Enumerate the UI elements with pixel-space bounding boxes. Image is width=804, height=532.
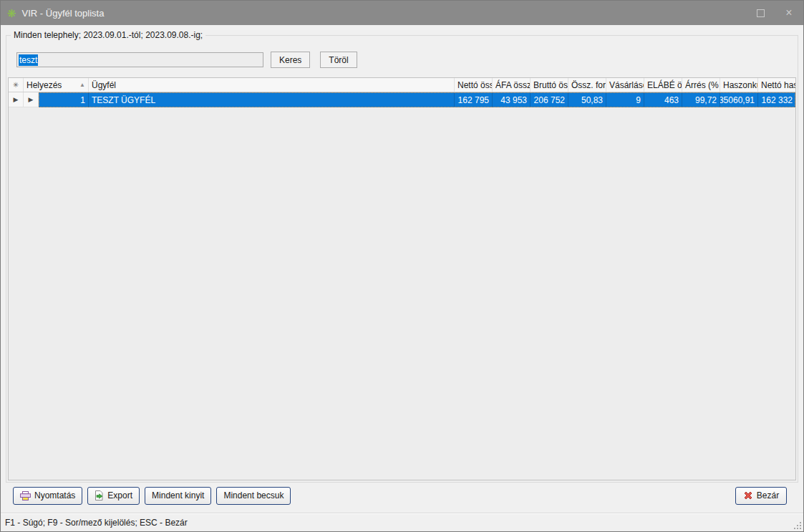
filter-groupbox: Minden telephely; 2023.09.01.-tól; 2023.… bbox=[6, 35, 798, 483]
collapse-all-button-label: Mindent becsuk bbox=[223, 490, 284, 500]
column-header-netto-label: Nettó öss bbox=[457, 80, 493, 90]
column-header-afa-label: ÁFA össz bbox=[495, 80, 531, 90]
close-icon: × bbox=[785, 7, 792, 19]
expand-all-button-label: Mindent kinyit bbox=[152, 490, 204, 500]
expand-icon: ▶ bbox=[29, 96, 34, 103]
toplist-grid: ✳ Helyezés ▲ Ügyfél Nettó öss ÁFA össz B… bbox=[8, 77, 796, 480]
resize-grip[interactable] bbox=[794, 522, 801, 529]
window-title: VIR - Ügyfél toplista bbox=[22, 8, 105, 19]
column-header-netto-haszon-label: Nettó has bbox=[761, 80, 796, 90]
grid-empty-area bbox=[9, 107, 795, 480]
grid-header-row: ✳ Helyezés ▲ Ügyfél Nettó öss ÁFA össz B… bbox=[9, 78, 795, 92]
maximize-button[interactable] bbox=[746, 1, 775, 25]
asterisk-icon: ✳ bbox=[13, 81, 19, 89]
status-text: F1 - Súgó; F9 - Sor/mező kijelölés; ESC … bbox=[5, 518, 188, 528]
column-header-rank-label: Helyezés bbox=[26, 80, 62, 90]
cell-afa: 43 953 bbox=[493, 92, 531, 107]
row-indicator-icon: ▶ bbox=[14, 96, 19, 103]
app-window: ❋ VIR - Ügyfél toplista × Minden telephe… bbox=[0, 0, 804, 532]
column-header-rank[interactable]: Helyezés ▲ bbox=[24, 78, 89, 92]
maximize-icon bbox=[757, 9, 765, 17]
printer-icon bbox=[20, 491, 31, 500]
search-input-value: teszt bbox=[19, 54, 38, 66]
column-header-vasarlas-label: Vásárláso bbox=[609, 80, 644, 90]
column-header-haszon-label: Haszonku bbox=[723, 80, 758, 90]
column-header-vasarlas[interactable]: Vásárláso bbox=[606, 78, 644, 92]
search-input[interactable]: teszt bbox=[16, 52, 263, 67]
sort-asc-icon: ▲ bbox=[79, 82, 85, 88]
column-header-ossz[interactable]: Össz. for bbox=[568, 78, 606, 92]
close-button[interactable]: Bezár bbox=[735, 487, 787, 505]
cell-customer: TESZT ÜGYFÉL bbox=[89, 92, 455, 107]
clear-button[interactable]: Töröl bbox=[320, 52, 357, 68]
close-button-label: Bezár bbox=[757, 490, 779, 500]
column-header-netto-haszon[interactable]: Nettó has bbox=[758, 78, 796, 92]
cell-ossz: 50,83 bbox=[568, 92, 606, 107]
groupbox-label: Minden telephely; 2023.09.01.-tól; 2023.… bbox=[11, 30, 205, 41]
search-button[interactable]: Keres bbox=[271, 52, 310, 68]
search-row: teszt Keres Töröl bbox=[16, 52, 796, 68]
app-icon: ❋ bbox=[7, 8, 16, 19]
selected-row-cells[interactable]: 1 TESZT ÜGYFÉL 162 795 43 953 206 752 50… bbox=[39, 92, 795, 107]
cell-arres: 99,72 bbox=[682, 92, 720, 107]
column-header-netto[interactable]: Nettó öss bbox=[455, 78, 493, 92]
column-header-arres-label: Árrés (% bbox=[685, 80, 719, 90]
column-header-ossz-label: Össz. for bbox=[571, 80, 606, 90]
titlebar-controls: × bbox=[746, 1, 803, 25]
column-header-afa[interactable]: ÁFA össz bbox=[493, 78, 531, 92]
content-area: Minden telephely; 2023.09.01.-tól; 2023.… bbox=[1, 25, 803, 513]
cell-netto-haszon: 162 332 bbox=[758, 92, 796, 107]
cell-brutto: 206 752 bbox=[531, 92, 568, 107]
print-button[interactable]: Nyomtatás bbox=[13, 487, 82, 505]
column-header-brutto-label: Bruttó ös bbox=[533, 80, 568, 90]
column-header-customer-label: Ügyfél bbox=[92, 80, 116, 90]
export-button-label: Export bbox=[107, 490, 132, 500]
column-header-customer[interactable]: Ügyfél bbox=[89, 78, 455, 92]
collapse-all-button[interactable]: Mindent becsuk bbox=[216, 487, 291, 505]
column-header-elabe-label: ELÁBÉ ös bbox=[647, 80, 682, 90]
row-expand-cell[interactable]: ▶ bbox=[24, 92, 39, 107]
status-bar: F1 - Súgó; F9 - Sor/mező kijelölés; ESC … bbox=[1, 513, 803, 531]
red-x-icon bbox=[743, 490, 753, 500]
cell-vasarlas: 9 bbox=[606, 92, 644, 107]
cell-haszon: 35060,91 bbox=[720, 92, 758, 107]
indicator-column-header: ✳ bbox=[9, 78, 24, 92]
row-indicator-cell: ▶ bbox=[9, 92, 24, 107]
column-header-brutto[interactable]: Bruttó ös bbox=[531, 78, 568, 92]
cell-elabe: 463 bbox=[644, 92, 682, 107]
footer-toolbar: Nyomtatás Export Mindent kinyit Mindent … bbox=[6, 483, 798, 513]
expand-all-button[interactable]: Mindent kinyit bbox=[145, 487, 211, 505]
close-window-button[interactable]: × bbox=[775, 1, 803, 25]
column-header-elabe[interactable]: ELÁBÉ ös bbox=[644, 78, 682, 92]
print-button-label: Nyomtatás bbox=[34, 490, 75, 500]
cell-netto: 162 795 bbox=[455, 92, 493, 107]
column-header-arres[interactable]: Árrés (% bbox=[682, 78, 720, 92]
table-row[interactable]: ▶ ▶ 1 TESZT ÜGYFÉL 162 795 43 953 206 75… bbox=[9, 92, 795, 107]
column-header-haszon[interactable]: Haszonku bbox=[720, 78, 758, 92]
export-button[interactable]: Export bbox=[87, 487, 140, 505]
titlebar: ❋ VIR - Ügyfél toplista × bbox=[1, 1, 803, 25]
cell-rank: 1 bbox=[39, 92, 89, 107]
export-icon bbox=[95, 490, 104, 500]
